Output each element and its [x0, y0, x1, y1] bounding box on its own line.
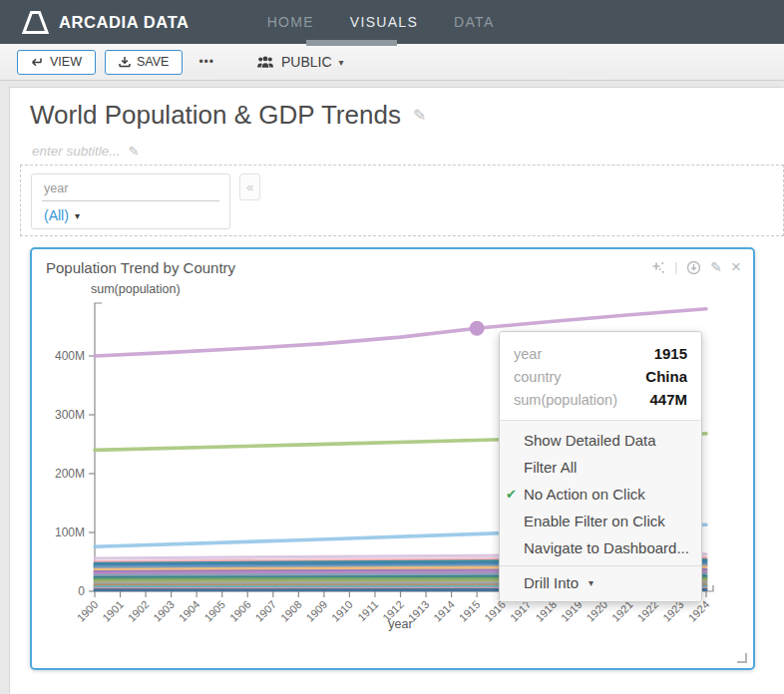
x-tick-label: 1905: [201, 598, 227, 624]
save-button[interactable]: SAVE: [105, 50, 183, 75]
close-chart-icon[interactable]: ×: [731, 257, 741, 277]
nav-item-data[interactable]: DATA: [454, 14, 494, 30]
export-chart-icon[interactable]: [686, 260, 701, 275]
y-tick-label: 0: [78, 584, 85, 598]
tooltip-label: country: [514, 369, 562, 385]
download-icon: [119, 56, 131, 68]
edit-subtitle-icon[interactable]: ✎: [129, 144, 140, 159]
highlighted-datapoint[interactable]: [470, 321, 485, 336]
x-tick-label: 1900: [75, 598, 101, 624]
back-arrow-icon: [31, 57, 44, 68]
arcadia-triangle-icon: [22, 9, 49, 36]
action-toolbar: VIEW SAVE ••• PUBLIC ▾: [0, 44, 784, 81]
check-icon: ✔: [506, 487, 517, 502]
y-tick-label: 300M: [55, 408, 85, 422]
panel-actions: | ✎ ×: [650, 257, 741, 277]
dashboard-content: World Population & GDP Trends ✎ enter su…: [10, 88, 784, 694]
y-tick-label: 400M: [55, 349, 85, 363]
filter-value-dropdown[interactable]: (All) ▾: [32, 201, 229, 229]
x-tick-label: 1903: [151, 598, 177, 624]
menu-item-filter-all[interactable]: Filter All: [500, 454, 701, 481]
drill-into-label: Drill Into: [524, 574, 579, 591]
x-axis-title: year: [388, 617, 412, 631]
public-dropdown-label: PUBLIC: [281, 54, 332, 70]
icon-divider: |: [674, 260, 677, 274]
x-tick-label: 1908: [278, 598, 304, 624]
panel-resize-handle[interactable]: [737, 653, 747, 663]
x-tick-label: 1907: [252, 598, 278, 624]
chevron-down-icon: ▾: [75, 210, 80, 221]
nav-item-visuals[interactable]: VISUALS: [350, 14, 418, 30]
tooltip-row-country: countryChina: [514, 365, 687, 388]
view-button[interactable]: VIEW: [17, 50, 96, 75]
tooltip-value: 447M: [649, 391, 687, 408]
datapoint-tooltip: year1915countryChinasum(population)447M: [500, 332, 701, 420]
nav-item-home[interactable]: HOME: [267, 14, 314, 30]
x-tick-label: 1911: [355, 598, 380, 623]
filter-strip: year (All) ▾ «: [20, 165, 784, 236]
active-tab-underline: [306, 40, 397, 46]
context-menu-items: Show Detailed DataFilter All✔No Action o…: [500, 420, 701, 565]
public-dropdown[interactable]: PUBLIC ▾: [256, 54, 344, 70]
x-tick-label: 1915: [457, 598, 483, 624]
app-header: ARCADIA DATA HOMEVISUALSDATA: [0, 0, 784, 44]
y-axis-title: sum(population): [91, 282, 181, 296]
menu-item-no-action-on-click[interactable]: ✔No Action on Click: [500, 481, 701, 508]
brand-name: ARCADIA DATA: [59, 13, 190, 32]
explore-visual-icon[interactable]: [650, 260, 665, 275]
menu-item-show-detailed-data[interactable]: Show Detailed Data: [500, 427, 701, 454]
more-options-button[interactable]: •••: [198, 55, 214, 69]
drill-into-item[interactable]: Drill Into ▾: [500, 565, 701, 601]
x-tick-label: 1904: [177, 598, 202, 624]
chart-title: Population Trend by Country: [46, 259, 235, 276]
edit-title-icon[interactable]: ✎: [413, 106, 426, 125]
x-tick-label: 1909: [303, 598, 329, 624]
chart-context-menu: year1915countryChinasum(population)447M …: [499, 331, 702, 602]
people-icon: [256, 56, 274, 69]
menu-item-enable-filter-on-click[interactable]: Enable Filter on Click: [500, 508, 701, 534]
x-tick-label: 1902: [126, 598, 152, 624]
subtitle-placeholder[interactable]: enter subtitle...: [32, 144, 121, 159]
edit-chart-icon[interactable]: ✎: [710, 259, 722, 275]
tooltip-label: year: [514, 346, 542, 362]
chevron-down-icon: ▾: [588, 577, 593, 588]
chevron-down-icon: ▾: [339, 57, 344, 68]
menu-item-navigate-to-dashboard[interactable]: Navigate to Dashboard...: [500, 534, 701, 561]
collapse-filters-button[interactable]: «: [239, 174, 260, 200]
view-button-label: VIEW: [50, 55, 82, 69]
tooltip-row-sumpopulation: sum(population)447M: [514, 388, 687, 411]
filter-field-label: year: [32, 174, 229, 200]
tooltip-label: sum(population): [514, 392, 617, 408]
main-nav: HOMEVISUALSDATA: [267, 14, 495, 30]
save-button-label: SAVE: [137, 55, 169, 69]
tooltip-value: China: [645, 368, 687, 385]
filter-selected-value: (All): [44, 207, 69, 223]
x-tick-label: 1914: [431, 598, 457, 624]
population-trend-panel: Population Trend by Country |: [30, 247, 755, 670]
x-tick-label: 1906: [227, 598, 253, 624]
year-filter-widget: year (All) ▾: [31, 174, 230, 229]
x-tick-label: 1901: [100, 598, 126, 624]
x-tick-label: 1910: [329, 598, 355, 624]
page-title: World Population & GDP Trends: [30, 100, 401, 131]
tooltip-row-year: year1915: [514, 342, 687, 365]
app-root: ARCADIA DATA HOMEVISUALSDATA VIEW SAVE •…: [0, 0, 784, 694]
y-tick-label: 100M: [55, 525, 85, 539]
arcadia-logo[interactable]: [22, 9, 49, 36]
tooltip-value: 1915: [654, 345, 687, 362]
y-tick-label: 200M: [55, 467, 85, 481]
